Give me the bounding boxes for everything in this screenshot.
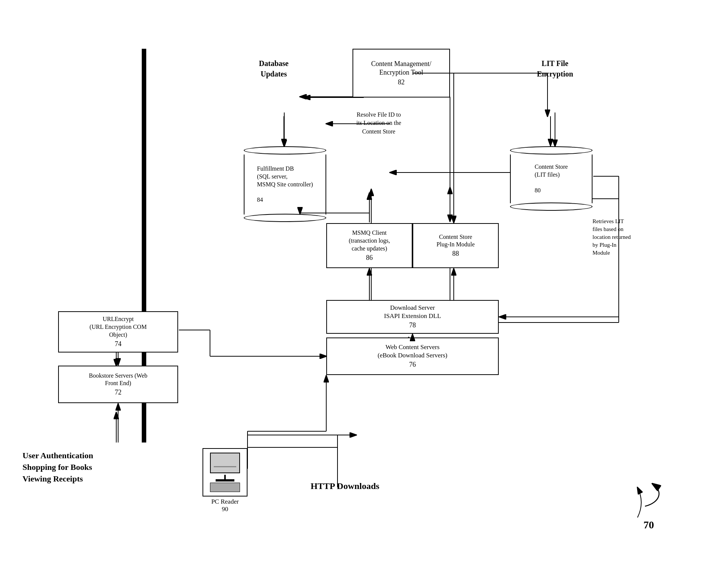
web-content-servers-box: Web Content Servers(eBook Download Serve…: [326, 338, 499, 375]
database-updates-label: Database Updates: [236, 58, 311, 79]
bookstore-servers-number: 72: [115, 388, 122, 397]
download-server-box: Download ServerISAPI Extension DLL 78: [326, 300, 499, 334]
lit-file-encryption-label: LIT File Encryption: [518, 58, 592, 79]
content-store-plugin-number: 88: [452, 249, 459, 258]
msmq-client-label: MSMQ Client(transaction logs,cache updat…: [349, 229, 390, 252]
bookstore-servers-label: Bookstore Servers (WebFront End): [89, 372, 147, 388]
pc-reader-box: PC Reader 90: [202, 448, 248, 513]
url-encrypt-box: URLEncrypt(URL Encryption COMObject) 74: [58, 311, 178, 352]
http-downloads-label: HTTP Downloads: [296, 480, 394, 493]
content-store-label: Content Store(LIT files)80: [535, 163, 568, 194]
pc-reader-number: 90: [202, 506, 248, 513]
content-management-box: Content Management/ Encryption Tool 82: [352, 49, 450, 98]
url-encrypt-label: URLEncrypt(URL Encryption COMObject): [90, 315, 147, 339]
msmq-client-number: 86: [366, 254, 373, 262]
bookstore-servers-box: Bookstore Servers (WebFront End) 72: [58, 366, 178, 403]
diagram-number-label: 70: [630, 518, 668, 532]
msmq-client-box: MSMQ Client(transaction logs,cache updat…: [326, 223, 412, 268]
content-management-number: 82: [398, 78, 405, 87]
content-management-label: Content Management/ Encryption Tool: [371, 60, 431, 77]
fulfillment-db-cylinder: Fulfillment DB(SQL server,MSMQ Site cont…: [244, 146, 326, 222]
content-store-cylinder: Content Store(LIT files)80: [510, 146, 592, 211]
diagram-container: Content Management/ Encryption Tool 82 D…: [0, 0, 708, 588]
retrieves-lit-label: Retrieves LITfiles based onlocation retu…: [592, 218, 664, 257]
url-encrypt-number: 74: [115, 340, 122, 348]
web-content-servers-number: 76: [409, 360, 416, 369]
content-store-plugin-box: Content StorePlug-In Module 88: [412, 223, 499, 268]
download-server-number: 78: [409, 321, 416, 330]
download-server-label: Download ServerISAPI Extension DLL: [384, 304, 441, 320]
web-content-servers-label: Web Content Servers(eBook Download Serve…: [378, 343, 447, 360]
fulfillment-db-label: Fulfillment DB(SQL server,MSMQ Site cont…: [257, 165, 313, 204]
user-auth-label: User AuthenticationShopping for BooksVie…: [22, 450, 188, 484]
pc-reader-label: PC Reader: [202, 498, 248, 506]
resolve-file-id-label: Resolve File ID toits Location on theCon…: [332, 111, 426, 136]
content-store-plugin-label: Content StorePlug-In Module: [436, 233, 475, 249]
